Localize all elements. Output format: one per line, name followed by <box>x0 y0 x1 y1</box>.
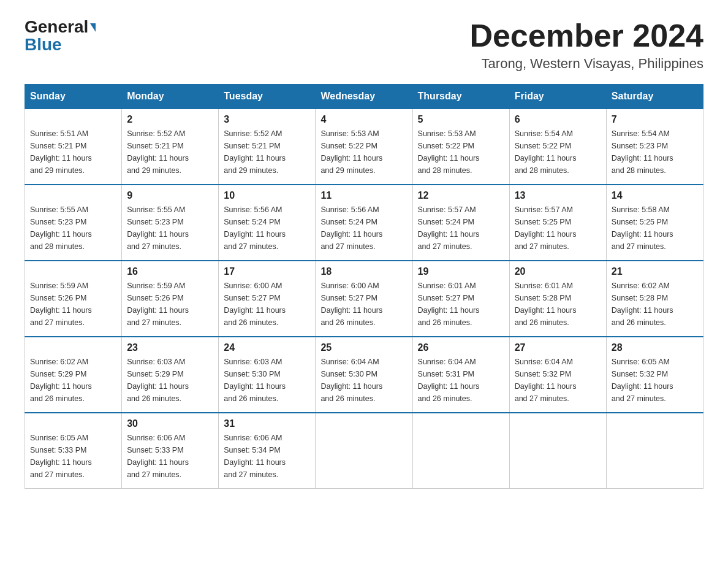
weekday-header-thursday: Thursday <box>412 85 509 109</box>
day-number: 15 <box>30 266 116 277</box>
day-number: 28 <box>612 342 698 353</box>
day-detail: Sunrise: 5:57 AMSunset: 5:25 PMDaylight:… <box>515 204 601 253</box>
calendar-cell: 21Sunrise: 6:02 AMSunset: 5:28 PMDayligh… <box>606 261 703 337</box>
day-detail: Sunrise: 6:06 AMSunset: 5:34 PMDaylight:… <box>224 432 310 481</box>
weekday-header-wednesday: Wednesday <box>316 85 412 109</box>
calendar-week-row: 15Sunrise: 5:59 AMSunset: 5:26 PMDayligh… <box>25 261 703 337</box>
day-detail: Sunrise: 6:03 AMSunset: 5:29 PMDaylight:… <box>127 356 213 405</box>
calendar-week-row: 22Sunrise: 6:02 AMSunset: 5:29 PMDayligh… <box>25 337 703 413</box>
day-detail: Sunrise: 6:00 AMSunset: 5:27 PMDaylight:… <box>320 280 407 329</box>
calendar-table: SundayMondayTuesdayWednesdayThursdayFrid… <box>25 84 703 489</box>
calendar-cell: 29Sunrise: 6:05 AMSunset: 5:33 PMDayligh… <box>25 413 122 489</box>
day-number: 6 <box>515 114 601 125</box>
calendar-cell: 2Sunrise: 5:52 AMSunset: 5:21 PMDaylight… <box>122 109 219 185</box>
day-detail: Sunrise: 5:54 AMSunset: 5:22 PMDaylight:… <box>515 128 601 177</box>
location-subtitle: Tarong, Western Visayas, Philippines <box>469 56 703 72</box>
day-detail: Sunrise: 6:04 AMSunset: 5:30 PMDaylight:… <box>320 356 407 405</box>
calendar-header-row: SundayMondayTuesdayWednesdayThursdayFrid… <box>25 85 703 109</box>
day-number: 3 <box>224 114 310 125</box>
weekday-header-monday: Monday <box>122 85 219 109</box>
calendar-week-row: 29Sunrise: 6:05 AMSunset: 5:33 PMDayligh… <box>25 413 703 489</box>
day-detail: Sunrise: 5:55 AMSunset: 5:23 PMDaylight:… <box>127 204 213 253</box>
calendar-cell <box>509 413 606 489</box>
calendar-cell: 30Sunrise: 6:06 AMSunset: 5:33 PMDayligh… <box>122 413 219 489</box>
day-detail: Sunrise: 6:02 AMSunset: 5:29 PMDaylight:… <box>30 356 116 405</box>
day-detail: Sunrise: 6:00 AMSunset: 5:27 PMDaylight:… <box>224 280 310 329</box>
logo-line1: General <box>25 18 96 36</box>
calendar-cell: 3Sunrise: 5:52 AMSunset: 5:21 PMDaylight… <box>219 109 316 185</box>
calendar-cell: 20Sunrise: 6:01 AMSunset: 5:28 PMDayligh… <box>509 261 606 337</box>
calendar-cell: 15Sunrise: 5:59 AMSunset: 5:26 PMDayligh… <box>25 261 122 337</box>
day-number: 29 <box>30 418 116 429</box>
calendar-cell <box>412 413 509 489</box>
calendar-cell: 25Sunrise: 6:04 AMSunset: 5:30 PMDayligh… <box>316 337 412 413</box>
calendar-cell: 31Sunrise: 6:06 AMSunset: 5:34 PMDayligh… <box>219 413 316 489</box>
day-number: 2 <box>127 114 213 125</box>
logo-line2: Blue <box>25 36 62 55</box>
day-number: 10 <box>224 190 310 201</box>
calendar-cell <box>316 413 412 489</box>
day-detail: Sunrise: 5:53 AMSunset: 5:22 PMDaylight:… <box>320 128 407 177</box>
calendar-cell: 7Sunrise: 5:54 AMSunset: 5:23 PMDaylight… <box>606 109 703 185</box>
calendar-cell: 6Sunrise: 5:54 AMSunset: 5:22 PMDaylight… <box>509 109 606 185</box>
calendar-week-row: 8Sunrise: 5:55 AMSunset: 5:23 PMDaylight… <box>25 185 703 261</box>
calendar-cell: 9Sunrise: 5:55 AMSunset: 5:23 PMDaylight… <box>122 185 219 261</box>
month-title: December 2024 <box>469 18 703 53</box>
calendar-cell: 8Sunrise: 5:55 AMSunset: 5:23 PMDaylight… <box>25 185 122 261</box>
day-detail: Sunrise: 5:58 AMSunset: 5:25 PMDaylight:… <box>612 204 698 253</box>
calendar-cell: 17Sunrise: 6:00 AMSunset: 5:27 PMDayligh… <box>219 261 316 337</box>
day-detail: Sunrise: 6:03 AMSunset: 5:30 PMDaylight:… <box>224 356 310 405</box>
day-detail: Sunrise: 5:57 AMSunset: 5:24 PMDaylight:… <box>418 204 504 253</box>
day-detail: Sunrise: 6:01 AMSunset: 5:28 PMDaylight:… <box>515 280 601 329</box>
day-number: 5 <box>418 114 504 125</box>
calendar-cell: 10Sunrise: 5:56 AMSunset: 5:24 PMDayligh… <box>219 185 316 261</box>
day-detail: Sunrise: 6:05 AMSunset: 5:33 PMDaylight:… <box>30 432 116 481</box>
calendar-cell: 23Sunrise: 6:03 AMSunset: 5:29 PMDayligh… <box>122 337 219 413</box>
day-number: 14 <box>612 190 698 201</box>
day-detail: Sunrise: 5:56 AMSunset: 5:24 PMDaylight:… <box>224 204 310 253</box>
day-detail: Sunrise: 5:59 AMSunset: 5:26 PMDaylight:… <box>30 280 116 329</box>
day-detail: Sunrise: 5:52 AMSunset: 5:21 PMDaylight:… <box>127 128 213 177</box>
day-detail: Sunrise: 5:56 AMSunset: 5:24 PMDaylight:… <box>320 204 407 253</box>
day-number: 21 <box>612 266 698 277</box>
day-number: 25 <box>320 342 407 353</box>
day-number: 7 <box>612 114 698 125</box>
day-number: 17 <box>224 266 310 277</box>
day-detail: Sunrise: 5:59 AMSunset: 5:26 PMDaylight:… <box>127 280 213 329</box>
day-number: 8 <box>30 190 116 201</box>
day-number: 1 <box>30 114 116 125</box>
day-detail: Sunrise: 5:54 AMSunset: 5:23 PMDaylight:… <box>612 128 698 177</box>
page-header: General Blue December 2024 Tarong, Weste… <box>25 18 703 72</box>
calendar-cell: 16Sunrise: 5:59 AMSunset: 5:26 PMDayligh… <box>122 261 219 337</box>
day-number: 27 <box>515 342 601 353</box>
calendar-cell: 5Sunrise: 5:53 AMSunset: 5:22 PMDaylight… <box>412 109 509 185</box>
day-detail: Sunrise: 6:04 AMSunset: 5:31 PMDaylight:… <box>418 356 504 405</box>
day-detail: Sunrise: 5:52 AMSunset: 5:21 PMDaylight:… <box>224 128 310 177</box>
weekday-header-saturday: Saturday <box>606 85 703 109</box>
day-number: 22 <box>30 342 116 353</box>
calendar-cell <box>606 413 703 489</box>
weekday-header-friday: Friday <box>509 85 606 109</box>
calendar-cell: 13Sunrise: 5:57 AMSunset: 5:25 PMDayligh… <box>509 185 606 261</box>
calendar-cell: 18Sunrise: 6:00 AMSunset: 5:27 PMDayligh… <box>316 261 412 337</box>
calendar-cell: 28Sunrise: 6:05 AMSunset: 5:32 PMDayligh… <box>606 337 703 413</box>
day-number: 9 <box>127 190 213 201</box>
day-number: 26 <box>418 342 504 353</box>
calendar-cell: 19Sunrise: 6:01 AMSunset: 5:27 PMDayligh… <box>412 261 509 337</box>
day-detail: Sunrise: 6:05 AMSunset: 5:32 PMDaylight:… <box>612 356 698 405</box>
day-number: 16 <box>127 266 213 277</box>
calendar-week-row: 1Sunrise: 5:51 AMSunset: 5:21 PMDaylight… <box>25 109 703 185</box>
day-number: 31 <box>224 418 310 429</box>
day-number: 24 <box>224 342 310 353</box>
day-number: 19 <box>418 266 504 277</box>
day-detail: Sunrise: 6:01 AMSunset: 5:27 PMDaylight:… <box>418 280 504 329</box>
day-number: 23 <box>127 342 213 353</box>
day-number: 12 <box>418 190 504 201</box>
title-section: December 2024 Tarong, Western Visayas, P… <box>469 18 703 72</box>
calendar-cell: 11Sunrise: 5:56 AMSunset: 5:24 PMDayligh… <box>316 185 412 261</box>
day-number: 11 <box>320 190 407 201</box>
day-number: 4 <box>320 114 407 125</box>
calendar-cell: 1Sunrise: 5:51 AMSunset: 5:21 PMDaylight… <box>25 109 122 185</box>
day-detail: Sunrise: 5:55 AMSunset: 5:23 PMDaylight:… <box>30 204 116 253</box>
calendar-cell: 12Sunrise: 5:57 AMSunset: 5:24 PMDayligh… <box>412 185 509 261</box>
